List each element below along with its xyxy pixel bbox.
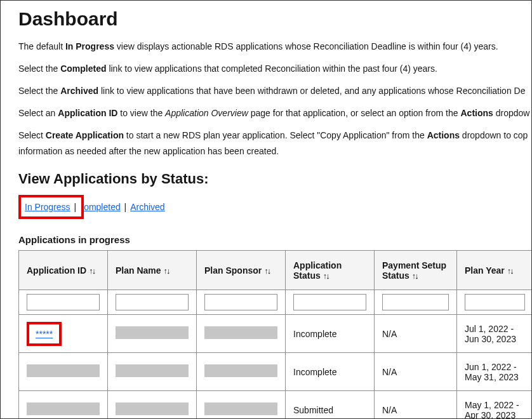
sort-icon[interactable]: ↑↓ bbox=[412, 271, 418, 281]
sort-icon[interactable]: ↑↓ bbox=[89, 266, 95, 276]
filter-appstatus[interactable] bbox=[293, 294, 366, 310]
intro-paragraph-5: Select Create Application to start a new… bbox=[18, 129, 514, 142]
col-header-planyear[interactable]: Plan Year↑↓ bbox=[457, 251, 533, 290]
status-link-completed[interactable]: ompleted bbox=[84, 202, 121, 212]
app-status-cell: Submitted bbox=[286, 391, 375, 420]
sort-icon[interactable]: ↑↓ bbox=[264, 266, 270, 276]
table-row: Submitted N/A May 1, 2022 - Apr 30, 2023 bbox=[19, 391, 533, 420]
sort-icon[interactable]: ↑↓ bbox=[507, 266, 513, 276]
redacted-value bbox=[204, 326, 277, 339]
filter-paystatus[interactable] bbox=[382, 294, 449, 310]
status-link-archived[interactable]: Archived bbox=[130, 202, 164, 212]
view-status-heading: View Applications by Status: bbox=[18, 171, 514, 187]
status-filter-links: In Progress | ompleted | Archived bbox=[18, 195, 514, 219]
plan-year-cell: May 1, 2022 - Apr 30, 2023 bbox=[457, 391, 533, 420]
pay-status-cell: N/A bbox=[375, 315, 457, 353]
redacted-value bbox=[27, 402, 100, 415]
pay-status-cell: N/A bbox=[375, 353, 457, 391]
page-title: Dashboard bbox=[18, 8, 514, 30]
app-status-cell: Incomplete bbox=[286, 315, 375, 353]
appid-link-highlight: ***** bbox=[27, 322, 62, 346]
redacted-value bbox=[116, 402, 189, 415]
table-caption: Applications in progress bbox=[18, 234, 514, 245]
filter-planname[interactable] bbox=[116, 294, 189, 310]
col-header-appstatus[interactable]: Application Status↑↓ bbox=[286, 251, 375, 290]
plan-year-cell: Jun 1, 2022 - May 31, 2023 bbox=[457, 353, 533, 391]
intro-paragraph-5b: information as needed after the new appl… bbox=[18, 145, 514, 158]
application-id-link[interactable]: ***** bbox=[36, 329, 53, 339]
redacted-value bbox=[116, 326, 189, 339]
plan-year-cell: Jul 1, 2022 - Jun 30, 2023 bbox=[457, 315, 533, 353]
pay-status-cell: N/A bbox=[375, 391, 457, 420]
sort-icon[interactable]: ↑↓ bbox=[323, 271, 329, 281]
status-link-inprogress-highlight: In Progress | bbox=[18, 195, 84, 219]
filter-planyear[interactable] bbox=[465, 294, 525, 310]
col-header-sponsor[interactable]: Plan Sponsor↑↓ bbox=[197, 251, 286, 290]
sort-icon[interactable]: ↑↓ bbox=[164, 266, 170, 276]
col-header-planname[interactable]: Plan Name↑↓ bbox=[108, 251, 197, 290]
redacted-value bbox=[204, 364, 277, 377]
status-link-inprogress[interactable]: In Progress bbox=[25, 202, 70, 212]
filter-sponsor[interactable] bbox=[204, 294, 277, 310]
redacted-value bbox=[27, 364, 100, 377]
table-row: ***** Incomplete N/A Jul 1, 2022 - Jun 3… bbox=[19, 315, 533, 353]
intro-paragraph-3: Select the Archived link to view applica… bbox=[18, 84, 514, 98]
col-header-appid[interactable]: Application ID↑↓ bbox=[19, 251, 108, 290]
intro-paragraph-1: The default In Progress view displays ac… bbox=[18, 40, 514, 53]
redacted-value bbox=[204, 402, 277, 415]
intro-paragraph-4: Select an Application ID to view the App… bbox=[18, 107, 514, 120]
intro-paragraph-2: Select the Completed link to view applic… bbox=[18, 62, 514, 76]
table-row: Incomplete N/A Jun 1, 2022 - May 31, 202… bbox=[19, 353, 533, 391]
applications-table: Application ID↑↓ Plan Name↑↓ Plan Sponso… bbox=[18, 250, 532, 419]
col-header-paystatus[interactable]: Payment Setup Status↑↓ bbox=[375, 251, 457, 290]
filter-appid[interactable] bbox=[27, 294, 100, 310]
app-status-cell: Incomplete bbox=[286, 353, 375, 391]
redacted-value bbox=[116, 364, 189, 377]
